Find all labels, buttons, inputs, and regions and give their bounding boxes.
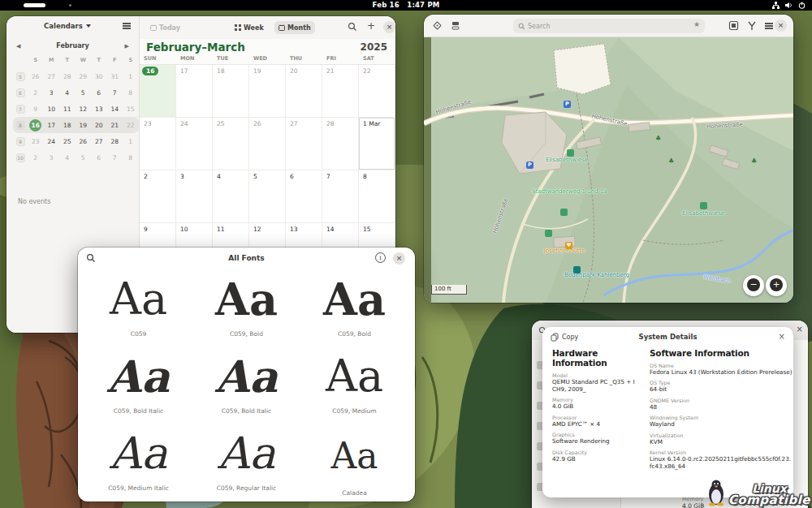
font-tile[interactable]: AaC059	[84, 270, 192, 347]
close-button[interactable]: ×	[383, 21, 395, 33]
clock[interactable]: Feb 16 1:47 PM	[0, 0, 812, 11]
calendar-day-cell[interactable]: 6	[286, 170, 322, 223]
calendar-day-cell[interactable]: 5	[249, 170, 286, 223]
mini-calendar-day[interactable]: 5	[81, 154, 85, 161]
calendar-day-cell[interactable]: 20	[286, 65, 322, 118]
favorites-star-icon[interactable]: ★	[693, 20, 700, 28]
mini-calendar-day[interactable]: 14	[110, 105, 119, 113]
calendar-day-cell[interactable]: 22	[359, 65, 395, 118]
calendar-day-cell[interactable]: 16	[140, 65, 176, 118]
mini-calendar-day[interactable]: 8	[128, 89, 132, 97]
mini-calendar-day[interactable]: 19	[79, 122, 87, 129]
mini-calendar-day[interactable]: 27	[47, 73, 55, 80]
calendar-day-cell[interactable]: 25	[213, 118, 249, 170]
mini-calendar-day[interactable]: 3	[50, 154, 54, 161]
mini-calendar-day[interactable]: 24	[47, 138, 55, 145]
font-tile[interactable]: AaC059, Bold	[300, 270, 408, 347]
mini-calendar-day[interactable]: 10	[47, 105, 55, 113]
today-button[interactable]: Today	[146, 21, 184, 34]
search-icon[interactable]	[348, 22, 357, 32]
font-tile[interactable]: AaC059, Bold Italic	[84, 347, 192, 424]
calendar-day-cell[interactable]: 18	[213, 65, 249, 118]
mini-calendar-day[interactable]: 6	[97, 154, 101, 161]
mini-calendar-day[interactable]: 4	[65, 89, 69, 97]
mini-calendar-day[interactable]: 1	[128, 138, 132, 145]
zoom-in-button[interactable]: +	[766, 275, 787, 296]
mini-calendar-day[interactable]: 29	[79, 73, 87, 80]
mini-calendar-day[interactable]: 26	[79, 138, 87, 145]
calendar-day-cell[interactable]: 21	[322, 65, 359, 118]
close-icon[interactable]: ×	[779, 332, 785, 341]
mini-calendar-day[interactable]: 18	[63, 122, 71, 129]
mini-calendar-day[interactable]: 20	[95, 122, 103, 129]
font-tile[interactable]: AaC059, Bold Italic	[192, 347, 300, 424]
font-tile[interactable]: AaC059, Bold	[192, 270, 300, 347]
mini-calendar-grid[interactable]: 5262728293031162345678791011121314158161…	[13, 68, 139, 166]
font-tile[interactable]: AaC059, Medium Italic	[84, 424, 192, 502]
mini-calendar-day[interactable]: 22	[127, 122, 135, 129]
layers-icon[interactable]	[451, 20, 460, 31]
info-icon[interactable]: i	[375, 252, 386, 263]
mini-calendar-day[interactable]: 15	[127, 105, 135, 113]
mini-calendar-day[interactable]: 2	[33, 154, 37, 161]
mini-calendar-day[interactable]: 11	[63, 105, 71, 113]
calendar-day-cell[interactable]: 1 Mar	[359, 118, 395, 170]
mini-calendar-day[interactable]: 17	[47, 122, 55, 129]
mini-calendar-day[interactable]: 27	[95, 138, 103, 145]
calendar-day-cell[interactable]: 7	[322, 170, 359, 223]
week-view-button[interactable]: Week	[231, 21, 268, 34]
mini-calendar-day[interactable]: 28	[63, 73, 71, 80]
mini-calendar-day[interactable]: 7	[113, 89, 117, 97]
font-tile[interactable]: AaC059, Medium	[300, 347, 408, 424]
calendar-day-cell[interactable]: 27	[286, 118, 322, 170]
search-input[interactable]	[513, 19, 705, 33]
next-month-button[interactable]: ▶	[125, 43, 129, 50]
system-tray[interactable]	[772, 0, 806, 11]
calendar-day-cell[interactable]: 4	[213, 170, 249, 223]
new-event-button[interactable]: +	[367, 20, 375, 32]
month-view-button[interactable]: Month	[274, 21, 315, 34]
mini-calendar-day[interactable]: 12	[79, 105, 87, 113]
close-button[interactable]: ×	[775, 19, 787, 32]
mini-calendar-day[interactable]: 30	[95, 73, 103, 80]
mini-calendar-day[interactable]: 3	[50, 89, 54, 97]
menu-icon[interactable]	[765, 23, 773, 24]
calendar-day-cell[interactable]: 3	[176, 170, 213, 223]
mini-calendar-day[interactable]: 9	[33, 105, 37, 113]
go-to-location-icon[interactable]	[432, 20, 443, 31]
mini-calendar-day[interactable]: 23	[32, 138, 40, 145]
mini-calendar-day[interactable]: 25	[63, 138, 71, 145]
close-button[interactable]: ×	[393, 252, 405, 265]
calendar-day-cell[interactable]: 24	[176, 118, 213, 170]
map-type-icon[interactable]	[728, 20, 739, 31]
mini-calendar-day[interactable]: 31	[110, 73, 119, 80]
mini-calendar-day[interactable]: 21	[110, 122, 119, 129]
font-grid[interactable]: AaC059AaC059, BoldAaC059, BoldAaC059, Bo…	[84, 270, 408, 502]
mini-calendar-day[interactable]: 28	[110, 138, 119, 145]
calendar-day-cell[interactable]: 8	[359, 170, 395, 223]
zoom-out-button[interactable]: −	[743, 275, 764, 296]
mini-calendar-day[interactable]: 6	[97, 89, 101, 97]
calendar-day-cell[interactable]: 19	[249, 65, 286, 118]
mini-calendar-day[interactable]: 26	[32, 73, 40, 80]
calendar-day-cell[interactable]: 26	[249, 118, 286, 170]
calendar-day-cell[interactable]: 17	[176, 65, 213, 118]
calendar-day-cell[interactable]: 2	[140, 170, 176, 223]
mini-calendar-day[interactable]: 4	[65, 154, 69, 161]
mini-calendar-day[interactable]: 7	[113, 154, 117, 161]
close-icon[interactable]: ×	[797, 325, 803, 334]
font-tile[interactable]: AaC059, Regular Italic	[192, 424, 300, 502]
mini-calendar-day[interactable]: 1	[128, 73, 132, 80]
calendar-day-cell[interactable]: 28	[322, 118, 359, 170]
calendar-day-cell[interactable]: 23	[140, 118, 176, 170]
mini-calendar-day[interactable]: 13	[95, 105, 103, 113]
mini-calendar-day[interactable]: 2	[33, 89, 37, 97]
route-icon[interactable]	[747, 20, 757, 31]
menu-icon[interactable]	[123, 23, 131, 24]
mini-calendar-day[interactable]: 16	[29, 119, 41, 131]
mini-calendar-day[interactable]: 8	[128, 154, 132, 161]
mini-calendar-day[interactable]: 5	[81, 89, 85, 97]
calendars-dropdown[interactable]: Calendars	[44, 22, 91, 30]
font-tile[interactable]: AaCaladea	[300, 424, 408, 502]
day-number: 20	[290, 67, 298, 75]
